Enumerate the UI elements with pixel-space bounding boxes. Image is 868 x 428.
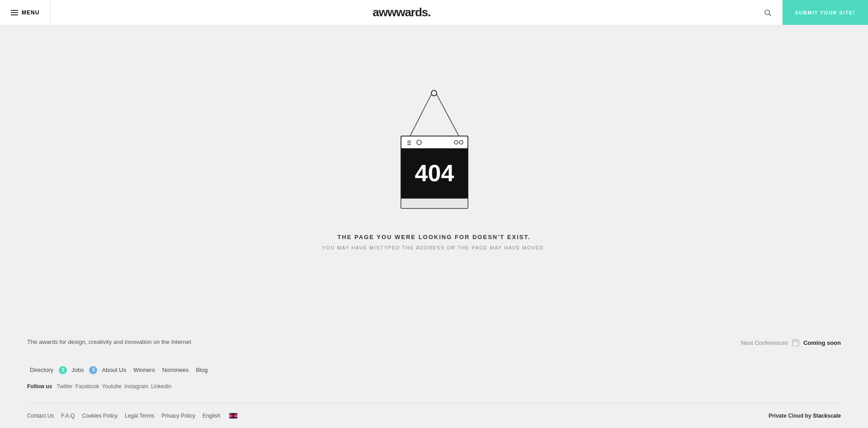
header: MENU awwwards. SUBMIT YOUR SITE!: [0, 0, 868, 25]
footer-bottom: Contact UsF.A.QCookies PolicyLegal Terms…: [27, 403, 841, 428]
footer-bottom-link[interactable]: Privacy Policy: [161, 413, 195, 419]
search-icon: [764, 9, 772, 17]
search-button[interactable]: [753, 0, 783, 25]
svg-rect-16: [793, 340, 799, 346]
svg-line-4: [437, 94, 459, 136]
footer-private-cloud: Private Cloud by Stackscale: [769, 413, 841, 419]
footer-nav-item[interactable]: About Us: [99, 365, 128, 375]
nav-badge: 3: [59, 366, 67, 374]
conferences-value: Coming soon: [803, 339, 841, 346]
footer-social: Follow us TwitterFacebookYoutubeInstagra…: [27, 383, 841, 390]
menu-label: MENU: [22, 9, 39, 16]
uk-flag-icon: [229, 413, 237, 419]
site-logo[interactable]: awwwards.: [51, 5, 752, 19]
social-link[interactable]: Instagram: [124, 383, 148, 390]
conferences-label: Next Conferences: [741, 339, 788, 346]
submit-site-button[interactable]: SUBMIT YOUR SITE!: [783, 0, 868, 25]
footer-nav-item[interactable]: Blog: [193, 365, 210, 375]
social-link[interactable]: Facebook: [75, 383, 99, 390]
error-title: THE PAGE YOU WERE LOOKING FOR DOESN'T EX…: [337, 234, 530, 240]
menu-button[interactable]: MENU: [0, 0, 51, 25]
svg-line-1: [769, 14, 771, 16]
footer-bottom-link[interactable]: Contact Us: [27, 413, 54, 419]
social-link[interactable]: Twitter: [57, 383, 72, 390]
footer-nav-item[interactable]: Directory: [27, 365, 56, 375]
svg-text:404: 404: [415, 160, 454, 186]
calendar-icon: [792, 339, 800, 347]
error-404-illustration: 404: [382, 86, 486, 217]
footer-bottom-link[interactable]: F.A.Q: [61, 413, 75, 419]
nav-badge: 3: [89, 366, 97, 374]
footer-nav-item[interactable]: Nominees: [160, 365, 192, 375]
svg-line-3: [410, 94, 431, 136]
social-link[interactable]: Youtube: [102, 383, 122, 390]
main-content: 404 THE PAGE YOU WERE LOOKING FOR DOESN'…: [0, 25, 868, 320]
footer-conferences: Next Conferences Coming soon: [741, 339, 841, 347]
error-subtitle: YOU MAY HAVE MISTYPED THE ADDRESS OR THE…: [322, 245, 546, 250]
social-label: Follow us: [27, 383, 52, 390]
footer: The awards for design, creativity and in…: [0, 320, 868, 428]
svg-point-2: [431, 90, 437, 96]
social-link[interactable]: Linkedin: [151, 383, 171, 390]
footer-nav-item[interactable]: Winners: [131, 365, 158, 375]
stackscale-brand: Stackscale: [813, 413, 841, 419]
footer-bottom-link[interactable]: English: [203, 413, 220, 419]
footer-top: The awards for design, creativity and in…: [27, 339, 841, 356]
svg-point-0: [765, 10, 770, 15]
footer-tagline: The awards for design, creativity and in…: [27, 339, 191, 345]
hamburger-icon: [11, 10, 18, 15]
footer-nav-item[interactable]: Jobs: [69, 365, 86, 375]
footer-bottom-links: Contact UsF.A.QCookies PolicyLegal Terms…: [27, 413, 237, 419]
svg-rect-15: [401, 198, 468, 208]
footer-nav: Directory3Jobs3About UsWinnersNomineesBl…: [27, 365, 841, 375]
footer-bottom-link[interactable]: Legal Terms: [125, 413, 154, 419]
error-sign: 404: [382, 86, 486, 219]
footer-bottom-link[interactable]: Cookies Policy: [82, 413, 118, 419]
